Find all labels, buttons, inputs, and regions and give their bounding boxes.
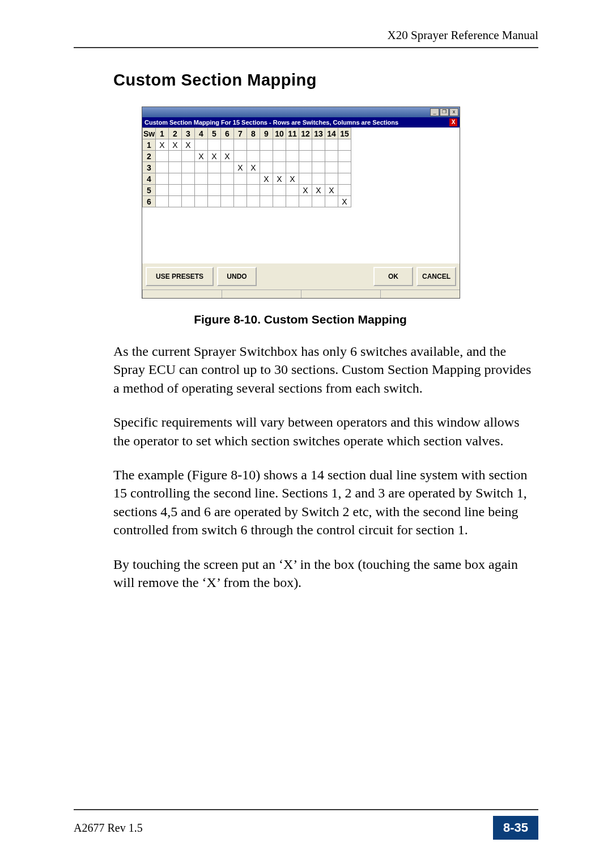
mapping-cell[interactable] (247, 139, 260, 151)
mapping-cell[interactable]: X (156, 139, 169, 151)
mapping-cell[interactable] (182, 151, 195, 162)
mapping-cell[interactable] (286, 162, 299, 173)
mapping-cell[interactable] (169, 173, 182, 185)
mapping-cell[interactable] (221, 139, 234, 151)
mapping-cell[interactable] (247, 196, 260, 207)
mapping-cell[interactable] (169, 151, 182, 162)
mapping-cell[interactable]: X (260, 173, 273, 185)
mapping-cell[interactable] (299, 173, 312, 185)
mapping-cell[interactable] (325, 151, 338, 162)
mapping-cell[interactable] (234, 185, 247, 196)
mapping-cell[interactable]: X (182, 139, 195, 151)
mapping-cell[interactable] (182, 173, 195, 185)
mapping-cell[interactable]: X (338, 196, 351, 207)
mapping-grid-area: Sw1234567891011121314151XXX2XXX3XX4XXX5X… (142, 127, 460, 263)
mapping-cell[interactable] (260, 139, 273, 151)
mapping-cell[interactable] (182, 162, 195, 173)
mapping-cell[interactable] (156, 151, 169, 162)
mapping-cell[interactable] (156, 185, 169, 196)
mapping-cell[interactable] (273, 185, 286, 196)
mapping-cell[interactable] (260, 196, 273, 207)
undo-button[interactable]: UNDO (217, 267, 257, 286)
mapping-cell[interactable] (221, 196, 234, 207)
mapping-cell[interactable] (338, 173, 351, 185)
mapping-cell[interactable] (299, 162, 312, 173)
mapping-cell[interactable] (195, 139, 208, 151)
mapping-cell[interactable] (325, 173, 338, 185)
ok-button[interactable]: OK (373, 267, 413, 286)
mapping-cell[interactable] (312, 162, 325, 173)
mapping-cell[interactable] (182, 196, 195, 207)
mapping-cell[interactable] (286, 196, 299, 207)
mapping-cell[interactable]: X (234, 162, 247, 173)
mapping-cell[interactable] (195, 173, 208, 185)
mapping-cell[interactable]: X (208, 151, 221, 162)
mapping-cell[interactable] (169, 185, 182, 196)
mapping-cell[interactable] (221, 185, 234, 196)
mapping-cell[interactable]: X (221, 151, 234, 162)
mapping-cell[interactable] (273, 151, 286, 162)
mapping-cell[interactable] (312, 196, 325, 207)
mapping-cell[interactable] (286, 139, 299, 151)
mapping-cell[interactable] (312, 173, 325, 185)
mapping-cell[interactable] (247, 151, 260, 162)
mapping-cell[interactable]: X (195, 151, 208, 162)
mapping-cell[interactable] (169, 196, 182, 207)
close-icon[interactable]: x (449, 108, 458, 116)
mapping-cell[interactable]: X (273, 173, 286, 185)
mapping-cell[interactable] (208, 196, 221, 207)
mapping-cell[interactable]: X (286, 173, 299, 185)
mapping-cell[interactable] (195, 162, 208, 173)
mapping-cell[interactable] (273, 162, 286, 173)
mapping-cell[interactable]: X (169, 139, 182, 151)
mapping-cell[interactable]: X (325, 185, 338, 196)
mapping-cell[interactable]: X (299, 185, 312, 196)
mapping-cell[interactable] (338, 151, 351, 162)
mapping-cell[interactable] (299, 196, 312, 207)
mapping-cell[interactable] (182, 185, 195, 196)
mapping-cell[interactable] (260, 162, 273, 173)
mapping-cell[interactable] (338, 185, 351, 196)
mapping-cell[interactable] (234, 139, 247, 151)
mapping-cell[interactable] (273, 196, 286, 207)
mapping-cell[interactable] (260, 185, 273, 196)
mapping-cell[interactable] (247, 173, 260, 185)
mapping-cell[interactable] (156, 162, 169, 173)
mapping-cell[interactable] (234, 151, 247, 162)
mapping-cell[interactable] (273, 139, 286, 151)
mapping-cell[interactable] (299, 139, 312, 151)
mapping-cell[interactable] (338, 139, 351, 151)
mapping-cell[interactable] (299, 151, 312, 162)
mapping-cell[interactable] (286, 151, 299, 162)
use-presets-button[interactable]: USE PRESETS (146, 267, 214, 286)
maximize-icon[interactable]: ❐ (440, 108, 449, 116)
mapping-cell[interactable] (221, 173, 234, 185)
mapping-cell[interactable] (338, 162, 351, 173)
mapping-cell[interactable]: X (312, 185, 325, 196)
mapping-cell[interactable] (156, 173, 169, 185)
mapping-cell[interactable] (260, 151, 273, 162)
mapping-cell[interactable] (325, 162, 338, 173)
mapping-cell[interactable] (221, 162, 234, 173)
mapping-cell[interactable] (286, 185, 299, 196)
mapping-cell[interactable] (208, 185, 221, 196)
cancel-button[interactable]: CANCEL (416, 267, 456, 286)
mapping-cell[interactable] (208, 139, 221, 151)
mapping-cell[interactable] (195, 196, 208, 207)
mapping-cell[interactable] (156, 196, 169, 207)
mapping-cell[interactable] (325, 196, 338, 207)
body-paragraph-2: Specific requirements will vary between … (113, 413, 538, 450)
mapping-cell[interactable]: X (247, 162, 260, 173)
mapping-cell[interactable] (312, 151, 325, 162)
mapping-cell[interactable] (195, 185, 208, 196)
mapping-cell[interactable] (234, 173, 247, 185)
mapping-cell[interactable] (208, 162, 221, 173)
dialog-close-icon[interactable]: X (449, 118, 457, 126)
mapping-cell[interactable] (234, 196, 247, 207)
mapping-cell[interactable] (169, 162, 182, 173)
mapping-cell[interactable] (312, 139, 325, 151)
mapping-cell[interactable] (247, 185, 260, 196)
mapping-cell[interactable] (208, 173, 221, 185)
minimize-icon[interactable]: _ (430, 108, 439, 116)
mapping-cell[interactable] (325, 139, 338, 151)
